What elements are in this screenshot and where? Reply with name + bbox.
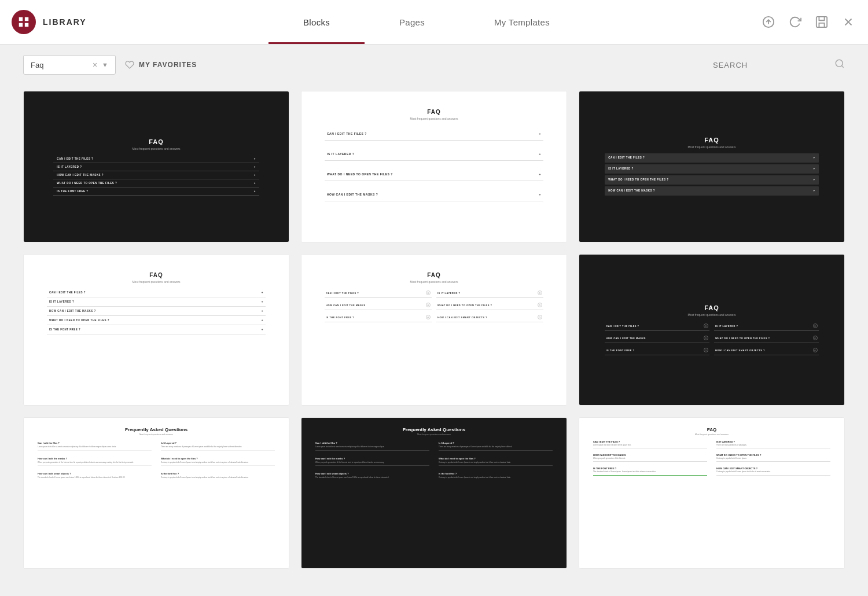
logo-icon	[12, 10, 36, 34]
card-4[interactable]: FAQ Most frequent questions and answers …	[23, 254, 289, 406]
card-6[interactable]: FAQ Most frequent questions and answers …	[579, 254, 845, 406]
header: LIBRARY Blocks Pages My Templates	[0, 0, 868, 45]
card-7[interactable]: Frequently Asked Questions Most frequent…	[23, 417, 289, 569]
card-2[interactable]: FAQ Most frequent questions and answers …	[301, 91, 567, 242]
card-8[interactable]: Frequently Asked Questions Most frequent…	[301, 417, 567, 569]
favorites-button[interactable]: MY FAVORITES	[125, 60, 197, 69]
toolbar: Faq × ▼ MY FAVORITES	[0, 45, 868, 85]
card-grid: FAQ Most frequent questions and answers …	[0, 85, 868, 592]
upload-icon[interactable]	[760, 14, 777, 30]
svg-line-5	[841, 65, 843, 67]
card-1[interactable]: FAQ Most frequent questions and answers …	[23, 91, 289, 242]
tabs: Blocks Pages My Templates	[104, 0, 749, 44]
refresh-icon[interactable]	[787, 14, 803, 30]
tab-blocks[interactable]: Blocks	[269, 0, 365, 44]
header-actions	[749, 14, 868, 30]
search-area	[713, 58, 845, 71]
card-3[interactable]: FAQ Most frequent questions and answers …	[579, 91, 845, 242]
svg-rect-1	[816, 17, 827, 27]
dropdown-clear[interactable]: ×	[93, 60, 97, 69]
card-9[interactable]: FAQ Most frequent questions and answers …	[579, 417, 845, 569]
svg-point-4	[836, 60, 843, 67]
card-5[interactable]: FAQ Most frequent questions and answers …	[301, 254, 567, 406]
favorites-label: MY FAVORITES	[139, 61, 197, 69]
save-icon[interactable]	[814, 14, 830, 30]
dropdown-arrow: ▼	[102, 61, 108, 68]
close-icon[interactable]	[840, 14, 856, 30]
search-icon[interactable]	[834, 58, 845, 71]
logo-area: LIBRARY	[0, 10, 104, 34]
dropdown-value: Faq	[31, 61, 43, 69]
category-dropdown[interactable]: Faq × ▼	[23, 55, 116, 75]
tab-my-templates[interactable]: My Templates	[459, 0, 584, 44]
logo-text: LIBRARY	[43, 17, 87, 27]
tab-pages[interactable]: Pages	[365, 0, 459, 44]
search-input[interactable]	[713, 61, 829, 69]
